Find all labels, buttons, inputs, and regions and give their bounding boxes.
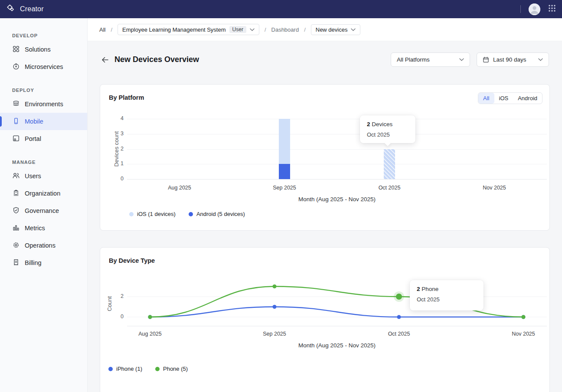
- bar-segment[interactable]: [279, 119, 290, 164]
- back-button[interactable]: [100, 55, 110, 65]
- data-point[interactable]: [522, 315, 526, 319]
- date-range-dropdown[interactable]: Last 90 days: [477, 52, 549, 67]
- sidebar-item-billing[interactable]: Billing: [0, 254, 87, 271]
- active-indicator: [0, 116, 2, 127]
- tooltip-value: 2: [417, 286, 420, 292]
- data-point[interactable]: [397, 315, 401, 319]
- sidebar-item-organization[interactable]: Organization: [0, 185, 87, 202]
- bar-x-axis-label: Month (Aug 2025 - Nov 2025): [127, 196, 547, 203]
- sidebar-item-microservices[interactable]: Microservices: [0, 58, 87, 75]
- arrow-left-icon: [101, 56, 109, 64]
- legend-label: iPhone (1): [116, 366, 142, 372]
- chevron-down-icon: [250, 28, 255, 31]
- x-tick-label: Sep 2025: [248, 331, 301, 337]
- legend-item-iphone[interactable]: iPhone (1): [108, 366, 142, 372]
- tab-android[interactable]: Android: [513, 93, 542, 104]
- sidebar-item-governance[interactable]: Governance: [0, 202, 87, 219]
- microservices-icon: [12, 62, 20, 72]
- breadcrumb: All / Employee Learning Management Syste…: [88, 18, 562, 41]
- sidebar-item-operations[interactable]: Operations: [0, 237, 87, 254]
- sidebar-item-label: Governance: [25, 207, 59, 214]
- breadcrumb-root[interactable]: All: [99, 26, 105, 33]
- app-selector-dropdown[interactable]: Employee Learning Management System User: [118, 24, 259, 35]
- data-point[interactable]: [148, 315, 152, 319]
- x-tick-label: Oct 2025: [373, 331, 425, 337]
- operations-gear-icon: [12, 241, 20, 250]
- sidebar-item-portal[interactable]: Portal: [0, 130, 87, 147]
- bar-segment[interactable]: [384, 149, 395, 180]
- line-x-axis-label: Month (Aug 2025 - Nov 2025): [127, 342, 547, 349]
- sidebar-item-label: Billing: [25, 259, 42, 266]
- tab-ios[interactable]: iOS: [494, 93, 513, 104]
- chevron-down-icon: [351, 28, 356, 31]
- billing-receipt-icon: [12, 258, 20, 268]
- sidebar-item-label: Users: [25, 173, 41, 180]
- chevron-down-icon: [538, 58, 543, 61]
- sidebar-item-mobile[interactable]: Mobile: [0, 113, 87, 130]
- x-tick-label: Aug 2025: [154, 185, 206, 191]
- legend-item-android[interactable]: Android (5 devices): [189, 211, 245, 217]
- tab-all[interactable]: All: [478, 93, 494, 104]
- page-selector-label: New devices: [316, 26, 348, 33]
- bar-legend: iOS (1 devices) Android (5 devices): [129, 211, 245, 217]
- sidebar-item-label: Mobile: [25, 118, 43, 125]
- data-point-hovered[interactable]: [396, 294, 402, 300]
- solutions-grid-icon: [12, 45, 20, 54]
- legend-label: Phone (5): [163, 366, 188, 372]
- line-tooltip: 2 Phone Oct 2025: [410, 280, 484, 310]
- bar-segment[interactable]: [279, 164, 290, 179]
- x-tick-label: Nov 2025: [497, 331, 549, 337]
- user-avatar[interactable]: [529, 3, 540, 15]
- legend-dot: [129, 212, 134, 216]
- legend-label: iOS (1 devices): [137, 211, 176, 217]
- legend-item-ios[interactable]: iOS (1 devices): [129, 211, 176, 217]
- line-chart-canvas[interactable]: [127, 275, 547, 327]
- calendar-icon: [483, 56, 489, 63]
- sidebar-item-label: Portal: [25, 135, 41, 142]
- x-tick-label: Nov 2025: [468, 185, 520, 191]
- legend-dot: [155, 367, 160, 371]
- sidebar-item-metrics[interactable]: Metrics: [0, 219, 87, 237]
- grid-line: [127, 119, 547, 119]
- x-tick-label: Sep 2025: [258, 185, 310, 191]
- y-tick-label: 4: [112, 115, 124, 121]
- legend-dot: [189, 212, 193, 216]
- grid-line: [127, 179, 547, 180]
- sidebar-item-label: Microservices: [25, 63, 63, 70]
- brand[interactable]: Creator: [0, 3, 44, 15]
- sidebar-item-users[interactable]: Users: [0, 167, 87, 185]
- brand-name: Creator: [20, 5, 44, 13]
- y-tick-label: 0: [113, 314, 124, 320]
- sidebar-item-environments[interactable]: Environments: [0, 95, 87, 113]
- platform-filter-dropdown[interactable]: All Platforms: [391, 52, 470, 67]
- data-point[interactable]: [273, 305, 277, 309]
- date-range-value: Last 90 days: [493, 56, 526, 63]
- y-tick-label: 2: [112, 146, 124, 152]
- y-tick-label: 1: [112, 160, 124, 167]
- sidebar-section-manage: MANAGE: [12, 160, 87, 165]
- sidebar-section-develop: DEVELOP: [12, 33, 87, 38]
- device-type-card: By Device Type Count 02Aug 2025Sep 2025O…: [100, 247, 550, 392]
- y-tick-label: 2: [113, 293, 124, 299]
- sidebar-item-label: Organization: [25, 190, 60, 197]
- line-legend: iPhone (1) Phone (5): [108, 366, 188, 372]
- data-point[interactable]: [273, 284, 277, 288]
- sidebar-item-label: Metrics: [25, 225, 45, 232]
- page-selector-dropdown[interactable]: New devices: [311, 24, 361, 35]
- grid-line: [127, 164, 547, 164]
- legend-label: Android (5 devices): [196, 211, 245, 217]
- grid-line: [127, 134, 547, 134]
- breadcrumb-dashboard[interactable]: Dashboard: [271, 26, 299, 33]
- apps-grid-icon[interactable]: [548, 4, 556, 14]
- tooltip-value: 2: [367, 121, 370, 127]
- tooltip-period: Oct 2025: [417, 296, 477, 303]
- sidebar-section-deploy: DEPLOY: [12, 88, 87, 93]
- portal-icon: [12, 134, 20, 144]
- environments-layers-icon: [12, 100, 20, 109]
- device-card-title: By Device Type: [109, 257, 155, 264]
- sidebar-item-solutions[interactable]: Solutions: [0, 41, 87, 58]
- legend-item-phone[interactable]: Phone (5): [155, 366, 188, 372]
- sidebar-item-label: Environments: [25, 101, 63, 108]
- platform-tabs: All iOS Android: [478, 92, 542, 104]
- tooltip-unit: Phone: [422, 286, 438, 292]
